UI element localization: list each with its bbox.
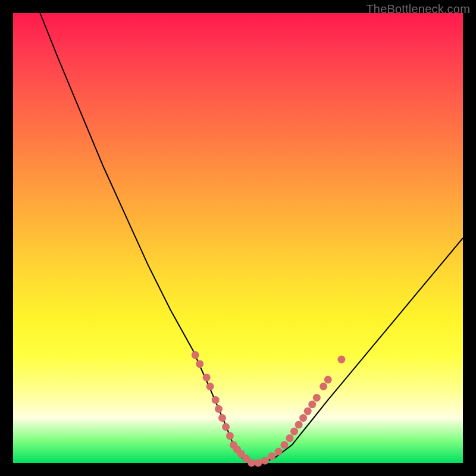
watermark-text: TheBottleneck.com — [366, 2, 470, 16]
data-point — [261, 457, 269, 465]
data-point — [212, 396, 220, 404]
data-point — [206, 383, 214, 390]
data-point — [222, 423, 230, 431]
data-point — [290, 428, 298, 436]
data-point — [255, 459, 262, 467]
data-point — [215, 405, 223, 413]
data-points-group — [192, 351, 346, 466]
data-point — [268, 452, 275, 460]
data-point — [324, 376, 332, 384]
chart-canvas — [13, 13, 463, 463]
data-point — [308, 400, 316, 408]
data-point — [337, 356, 345, 364]
data-point — [203, 374, 211, 381]
data-point — [313, 394, 321, 402]
data-point — [304, 408, 312, 415]
data-point — [320, 383, 327, 390]
data-point — [196, 360, 203, 368]
chart-svg — [13, 13, 463, 463]
bottleneck-curve — [40, 13, 463, 463]
data-point — [226, 432, 234, 440]
data-point — [218, 414, 226, 422]
data-point — [275, 448, 283, 456]
data-point — [299, 414, 307, 422]
data-point — [248, 459, 255, 467]
data-point — [192, 351, 199, 359]
data-point — [280, 441, 288, 449]
data-point — [295, 421, 303, 428]
data-point — [286, 434, 293, 442]
